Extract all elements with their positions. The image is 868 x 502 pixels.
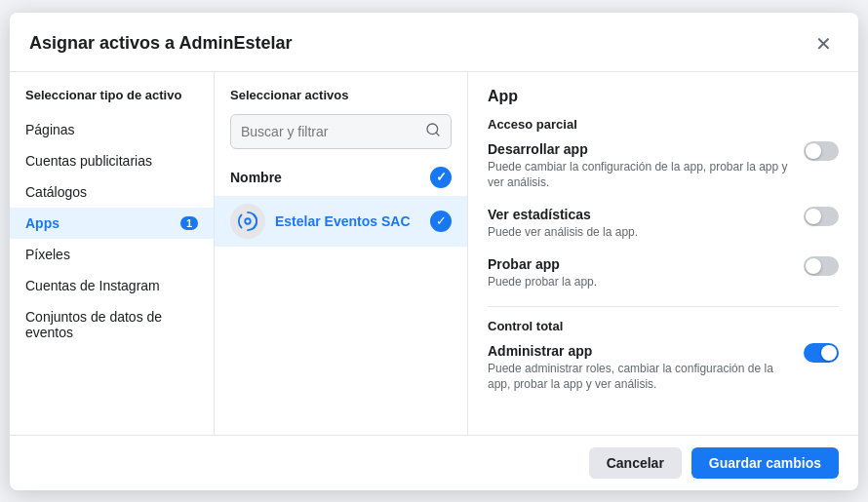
modal-header: Asignar activos a AdminEstelar ✕ [10,13,858,72]
permission-info: Probar app Puede probar la app. [488,256,804,290]
permission-name: Probar app [488,256,788,272]
permission-desc: Puede cambiar la configuración de la app… [488,159,788,192]
permission-item-administrar: Administrar app Puede administrar roles,… [488,343,839,394]
save-button[interactable]: Guardar cambios [691,447,839,479]
sidebar-item-cuentas-ig[interactable]: Cuentas de Instagram [10,270,214,301]
sidebar-item-cuentas-pub[interactable]: Cuentas publicitarias [10,145,214,176]
permission-item-desarrollar: Desarrollar app Puede cambiar la configu… [488,141,839,192]
app-item-left: Estelar Eventos SAC [230,204,411,239]
toggle-thumb [806,258,821,274]
select-all-check[interactable]: ✓ [430,167,452,188]
mid-column-title: Seleccionar activos [215,88,467,114]
close-button[interactable]: ✕ [808,28,839,59]
sidebar-item-label: Píxeles [25,247,70,262]
sidebar-item-label: Conjuntos de datos de eventos [25,309,198,340]
section-divider [488,306,839,307]
permission-name: Desarrollar app [488,141,788,157]
toggle-thumb [821,345,837,361]
checkmark-icon: ✓ [436,170,447,184]
search-box[interactable] [230,114,452,149]
modal-title: Asignar activos a AdminEstelar [29,33,292,54]
permission-item-probar: Probar app Puede probar la app. [488,256,839,290]
mid-column: Seleccionar activos Nombre ✓ [215,72,468,435]
sidebar-item-catalogos[interactable]: Catálogos [10,176,214,208]
toggle-administrar[interactable] [804,343,839,363]
toggle-thumb [806,209,821,224]
modal-body: Seleccionar tipo de activo Páginas Cuent… [10,72,858,435]
permission-desc: Puede administrar roles, cambiar la conf… [488,361,788,394]
search-input[interactable] [241,124,425,139]
app-item-name: Estelar Eventos SAC [275,213,411,229]
list-header-label: Nombre [230,170,282,185]
left-column: Seleccionar tipo de activo Páginas Cuent… [10,72,215,435]
sidebar-item-apps[interactable]: Apps 1 [10,208,214,239]
right-column-title: App [488,88,839,105]
sidebar-item-label: Catálogos [25,184,87,200]
toggle-desarrollar[interactable] [804,141,839,161]
sidebar-item-conjuntos-datos[interactable]: Conjuntos de datos de eventos [10,301,214,348]
sidebar-item-label: Apps [25,215,59,231]
toggle-estadisticas[interactable] [804,207,839,226]
app-list-item[interactable]: Estelar Eventos SAC ✓ [215,196,467,247]
toggle-track[interactable] [804,141,839,161]
permission-info: Desarrollar app Puede cambiar la configu… [488,141,804,192]
sidebar-item-label: Cuentas de Instagram [25,278,160,293]
toggle-probar[interactable] [804,256,839,276]
svg-line-1 [436,133,439,135]
permission-desc: Puede ver análisis de la app. [488,224,788,241]
search-icon [425,122,441,141]
sidebar-item-label: Páginas [25,122,75,137]
checkmark-icon: ✓ [436,213,447,228]
svg-point-2 [245,218,251,224]
close-icon: ✕ [815,32,832,56]
permission-info: Ver estadísticas Puede ver análisis de l… [488,207,804,241]
toggle-track[interactable] [804,207,839,226]
permission-item-estadisticas: Ver estadísticas Puede ver análisis de l… [488,207,839,241]
permission-info: Administrar app Puede administrar roles,… [488,343,804,394]
left-column-title: Seleccionar tipo de activo [10,88,214,114]
sidebar-item-paginas[interactable]: Páginas [10,114,214,145]
app-item-check[interactable]: ✓ [430,211,452,232]
permission-desc: Puede probar la app. [488,274,788,290]
modal-footer: Cancelar Guardar cambios [10,435,858,490]
modal-container: Asignar activos a AdminEstelar ✕ Selecci… [10,13,858,490]
app-icon [230,204,265,239]
section-label-acceso-parcial: Acceso parcial [488,117,839,132]
list-header: Nombre ✓ [215,161,467,196]
toggle-track[interactable] [804,343,839,363]
sidebar-item-label: Cuentas publicitarias [25,153,152,169]
toggle-thumb [806,143,821,159]
sidebar-item-pixeles[interactable]: Píxeles [10,239,214,270]
apps-badge: 1 [180,216,198,230]
permission-name: Ver estadísticas [488,207,788,222]
right-column: App Acceso parcial Desarrollar app Puede… [468,72,858,435]
cancel-button[interactable]: Cancelar [589,447,682,479]
section-label-control-total: Control total [488,319,839,333]
permission-name: Administrar app [488,343,788,359]
toggle-track[interactable] [804,256,839,276]
